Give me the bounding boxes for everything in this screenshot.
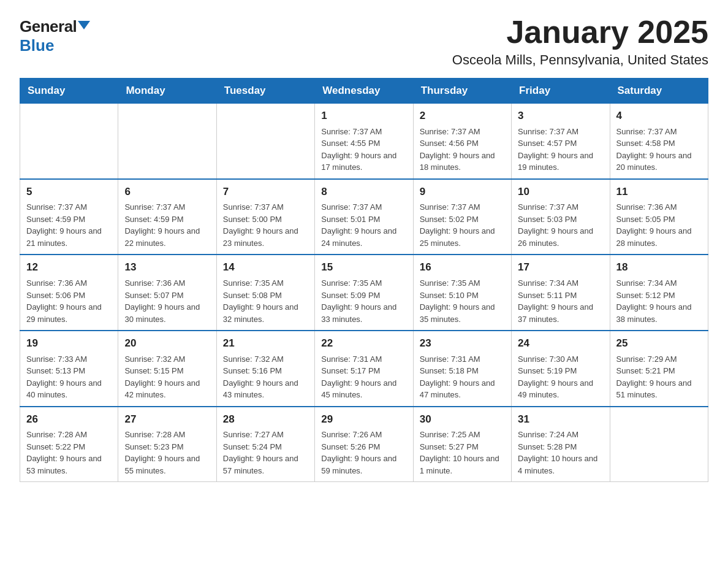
day-info: Sunrise: 7:28 AMSunset: 5:22 PMDaylight:…	[26, 429, 112, 477]
day-number: 15	[321, 260, 406, 275]
day-info: Sunrise: 7:35 AMSunset: 5:08 PMDaylight:…	[223, 277, 308, 325]
day-info: Sunrise: 7:26 AMSunset: 5:26 PMDaylight:…	[321, 429, 406, 477]
calendar-day-cell: 19Sunrise: 7:33 AMSunset: 5:13 PMDayligh…	[20, 331, 118, 407]
calendar-day-cell: 30Sunrise: 7:25 AMSunset: 5:27 PMDayligh…	[413, 407, 511, 482]
calendar-day-cell	[20, 104, 118, 179]
day-number: 12	[26, 260, 112, 275]
day-number: 10	[518, 185, 603, 200]
calendar-header-cell: Thursday	[413, 79, 511, 104]
calendar-day-cell: 18Sunrise: 7:34 AMSunset: 5:12 PMDayligh…	[610, 255, 708, 331]
calendar-header-cell: Friday	[512, 79, 610, 104]
day-number: 18	[616, 260, 702, 275]
day-number: 30	[420, 412, 505, 427]
calendar-day-cell: 23Sunrise: 7:31 AMSunset: 5:18 PMDayligh…	[413, 331, 511, 407]
calendar-day-cell: 3Sunrise: 7:37 AMSunset: 4:57 PMDaylight…	[512, 104, 610, 179]
day-number: 23	[420, 336, 505, 351]
day-number: 19	[26, 336, 112, 351]
day-number: 1	[321, 109, 406, 124]
calendar-day-cell: 1Sunrise: 7:37 AMSunset: 4:55 PMDaylight…	[315, 104, 413, 179]
page-header: General Blue January 2025 Osceola Mills,…	[20, 15, 708, 68]
calendar-day-cell	[118, 104, 216, 179]
calendar-day-cell: 27Sunrise: 7:28 AMSunset: 5:23 PMDayligh…	[118, 407, 216, 482]
day-number: 16	[420, 260, 505, 275]
day-info: Sunrise: 7:24 AMSunset: 5:28 PMDaylight:…	[518, 429, 603, 477]
title-block: January 2025 Osceola Mills, Pennsylvania…	[452, 15, 708, 68]
day-info: Sunrise: 7:31 AMSunset: 5:18 PMDaylight:…	[420, 353, 505, 401]
calendar-day-cell: 2Sunrise: 7:37 AMSunset: 4:56 PMDaylight…	[413, 104, 511, 179]
day-info: Sunrise: 7:37 AMSunset: 5:00 PMDaylight:…	[223, 201, 308, 249]
calendar-day-cell: 22Sunrise: 7:31 AMSunset: 5:17 PMDayligh…	[315, 331, 413, 407]
page-subtitle: Osceola Mills, Pennsylvania, United Stat…	[452, 52, 708, 68]
day-info: Sunrise: 7:32 AMSunset: 5:16 PMDaylight:…	[223, 353, 308, 401]
day-info: Sunrise: 7:34 AMSunset: 5:11 PMDaylight:…	[518, 277, 603, 325]
day-info: Sunrise: 7:25 AMSunset: 5:27 PMDaylight:…	[420, 429, 505, 477]
day-number: 27	[124, 412, 210, 427]
day-info: Sunrise: 7:32 AMSunset: 5:15 PMDaylight:…	[124, 353, 210, 401]
calendar-day-cell: 24Sunrise: 7:30 AMSunset: 5:19 PMDayligh…	[512, 331, 610, 407]
calendar-day-cell: 13Sunrise: 7:36 AMSunset: 5:07 PMDayligh…	[118, 255, 216, 331]
calendar-day-cell: 8Sunrise: 7:37 AMSunset: 5:01 PMDaylight…	[315, 179, 413, 255]
day-info: Sunrise: 7:37 AMSunset: 5:02 PMDaylight:…	[420, 201, 505, 249]
day-number: 8	[321, 185, 406, 200]
calendar-day-cell: 12Sunrise: 7:36 AMSunset: 5:06 PMDayligh…	[20, 255, 118, 331]
calendar-day-cell: 11Sunrise: 7:36 AMSunset: 5:05 PMDayligh…	[610, 179, 708, 255]
logo-arrow-icon	[78, 21, 90, 29]
calendar-day-cell: 21Sunrise: 7:32 AMSunset: 5:16 PMDayligh…	[216, 331, 314, 407]
day-info: Sunrise: 7:37 AMSunset: 4:56 PMDaylight:…	[420, 126, 505, 174]
calendar-header-cell: Wednesday	[315, 79, 413, 104]
day-info: Sunrise: 7:37 AMSunset: 4:57 PMDaylight:…	[518, 126, 603, 174]
calendar-day-cell: 29Sunrise: 7:26 AMSunset: 5:26 PMDayligh…	[315, 407, 413, 482]
calendar-day-cell: 20Sunrise: 7:32 AMSunset: 5:15 PMDayligh…	[118, 331, 216, 407]
calendar-day-cell: 5Sunrise: 7:37 AMSunset: 4:59 PMDaylight…	[20, 179, 118, 255]
day-info: Sunrise: 7:33 AMSunset: 5:13 PMDaylight:…	[26, 353, 112, 401]
calendar-day-cell: 6Sunrise: 7:37 AMSunset: 4:59 PMDaylight…	[118, 179, 216, 255]
day-info: Sunrise: 7:27 AMSunset: 5:24 PMDaylight:…	[223, 429, 308, 477]
day-number: 25	[616, 336, 702, 351]
calendar-week-row: 26Sunrise: 7:28 AMSunset: 5:22 PMDayligh…	[20, 407, 708, 482]
day-number: 17	[518, 260, 603, 275]
calendar-header-row: SundayMondayTuesdayWednesdayThursdayFrid…	[20, 79, 708, 104]
day-info: Sunrise: 7:31 AMSunset: 5:17 PMDaylight:…	[321, 353, 406, 401]
calendar-table: SundayMondayTuesdayWednesdayThursdayFrid…	[20, 78, 708, 482]
calendar-header-cell: Saturday	[610, 79, 708, 104]
calendar-day-cell: 14Sunrise: 7:35 AMSunset: 5:08 PMDayligh…	[216, 255, 314, 331]
day-number: 21	[223, 336, 308, 351]
calendar-header-cell: Monday	[118, 79, 216, 104]
calendar-header-cell: Tuesday	[216, 79, 314, 104]
calendar-day-cell: 31Sunrise: 7:24 AMSunset: 5:28 PMDayligh…	[512, 407, 610, 482]
calendar-day-cell: 4Sunrise: 7:37 AMSunset: 4:58 PMDaylight…	[610, 104, 708, 179]
logo-general-text: General	[20, 17, 77, 36]
day-info: Sunrise: 7:36 AMSunset: 5:07 PMDaylight:…	[124, 277, 210, 325]
day-info: Sunrise: 7:37 AMSunset: 4:59 PMDaylight:…	[26, 201, 112, 249]
day-number: 6	[124, 185, 210, 200]
calendar-week-row: 5Sunrise: 7:37 AMSunset: 4:59 PMDaylight…	[20, 179, 708, 255]
day-number: 28	[223, 412, 308, 427]
day-number: 26	[26, 412, 112, 427]
day-number: 14	[223, 260, 308, 275]
day-info: Sunrise: 7:37 AMSunset: 5:03 PMDaylight:…	[518, 201, 603, 249]
logo: General Blue	[20, 17, 90, 55]
calendar-day-cell: 28Sunrise: 7:27 AMSunset: 5:24 PMDayligh…	[216, 407, 314, 482]
calendar-day-cell: 26Sunrise: 7:28 AMSunset: 5:22 PMDayligh…	[20, 407, 118, 482]
calendar-header-cell: Sunday	[20, 79, 118, 104]
day-number: 24	[518, 336, 603, 351]
day-number: 2	[420, 109, 505, 124]
day-info: Sunrise: 7:35 AMSunset: 5:10 PMDaylight:…	[420, 277, 505, 325]
day-number: 4	[616, 109, 702, 124]
day-info: Sunrise: 7:37 AMSunset: 4:55 PMDaylight:…	[321, 126, 406, 174]
day-number: 29	[321, 412, 406, 427]
day-number: 13	[124, 260, 210, 275]
calendar-day-cell: 16Sunrise: 7:35 AMSunset: 5:10 PMDayligh…	[413, 255, 511, 331]
logo-blue-text: Blue	[20, 36, 54, 55]
calendar-day-cell	[610, 407, 708, 482]
calendar-day-cell: 9Sunrise: 7:37 AMSunset: 5:02 PMDaylight…	[413, 179, 511, 255]
day-number: 31	[518, 412, 603, 427]
day-info: Sunrise: 7:30 AMSunset: 5:19 PMDaylight:…	[518, 353, 603, 401]
calendar-header: SundayMondayTuesdayWednesdayThursdayFrid…	[20, 79, 708, 104]
calendar-week-row: 19Sunrise: 7:33 AMSunset: 5:13 PMDayligh…	[20, 331, 708, 407]
day-info: Sunrise: 7:28 AMSunset: 5:23 PMDaylight:…	[124, 429, 210, 477]
day-number: 9	[420, 185, 505, 200]
day-info: Sunrise: 7:37 AMSunset: 4:58 PMDaylight:…	[616, 126, 702, 174]
day-number: 3	[518, 109, 603, 124]
day-info: Sunrise: 7:36 AMSunset: 5:06 PMDaylight:…	[26, 277, 112, 325]
